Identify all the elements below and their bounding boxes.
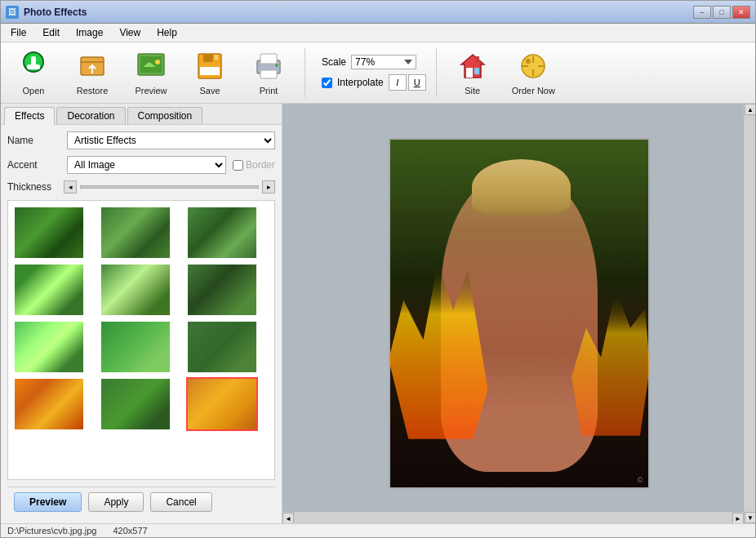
menu-help[interactable]: Help (150, 25, 184, 40)
scroll-down-button[interactable]: ▼ (745, 512, 755, 523)
thickness-slider[interactable] (80, 185, 259, 189)
save-label: Save (199, 86, 220, 96)
image-viewport: © (288, 109, 749, 518)
preview-button[interactable]: Preview (14, 492, 82, 512)
scroll-thumb[interactable] (745, 115, 755, 512)
maximize-button[interactable]: □ (713, 6, 731, 19)
save-icon (190, 50, 229, 82)
thumbnail-10[interactable] (13, 377, 85, 431)
interpolate-label: Interpolate (337, 77, 384, 88)
menu-file[interactable]: File (4, 25, 33, 40)
right-scrollbar: ▲ ▼ (744, 104, 755, 523)
menu-edit[interactable]: Edit (36, 25, 66, 40)
print-button[interactable]: Print (242, 47, 295, 99)
thumbnail-2[interactable] (100, 206, 171, 260)
svg-point-7 (155, 60, 160, 64)
preview-icon (131, 50, 171, 82)
minimize-button[interactable]: – (693, 6, 711, 19)
interpolate-row: Interpolate I U (322, 74, 426, 91)
site-label: Site (465, 86, 480, 96)
svg-point-15 (275, 64, 278, 67)
hat-figure (472, 159, 571, 216)
slider-left-button[interactable]: ◂ (64, 180, 77, 193)
open-button[interactable]: Open (7, 47, 60, 99)
interpolate-checkbox[interactable] (322, 78, 332, 88)
scale-row: Scale 77% 50% 100% 150% (322, 55, 426, 69)
close-button[interactable]: ✕ (732, 6, 750, 19)
order-icon (514, 50, 553, 82)
scroll-h-thumb[interactable] (294, 513, 732, 523)
thumbnails-grid (8, 201, 274, 479)
border-checkbox[interactable] (233, 160, 243, 171)
cancel-button[interactable]: Cancel (150, 492, 211, 512)
preview-toolbar-button[interactable]: Preview (125, 47, 177, 99)
thumbnail-8[interactable] (100, 320, 171, 374)
site-button[interactable]: Site (447, 47, 499, 99)
preview-image-container: © (389, 138, 650, 489)
italic-button[interactable]: I (389, 74, 407, 91)
svg-rect-17 (466, 68, 473, 78)
svg-rect-19 (476, 56, 479, 63)
accent-select[interactable]: All Image (67, 156, 226, 174)
tab-effects[interactable]: Effects (4, 107, 55, 125)
thumbnail-12[interactable] (186, 377, 258, 431)
preview-toolbar-label: Preview (135, 86, 167, 96)
flame-left (389, 208, 488, 472)
svg-rect-9 (203, 54, 213, 62)
menu-view[interactable]: View (113, 25, 147, 40)
tab-composition[interactable]: Composition (127, 107, 203, 124)
thumbnails-area (7, 200, 275, 480)
thumbnail-9[interactable] (186, 320, 258, 374)
bottom-scrollbar: ◄ ► (282, 512, 744, 523)
slider-right-button[interactable]: ▸ (262, 180, 275, 193)
order-button[interactable]: Order Now (505, 47, 562, 99)
menu-image[interactable]: Image (69, 25, 109, 40)
scale-controls: Scale 77% 50% 100% 150% Interpolate I U (322, 55, 426, 91)
save-button[interactable]: Save (184, 47, 236, 99)
open-label: Open (23, 86, 45, 96)
print-label: Print (260, 86, 278, 96)
thumbnail-5[interactable] (100, 263, 171, 317)
thumbnail-3[interactable] (186, 206, 258, 260)
main-content: Effects Decoration Composition Name Arti… (1, 104, 755, 523)
window-controls: – □ ✕ (693, 6, 750, 19)
print-icon (249, 50, 288, 82)
name-row: Name Artistic Effects (7, 131, 275, 149)
scroll-up-button[interactable]: ▲ (745, 104, 755, 115)
name-label: Name (7, 135, 60, 146)
toolbar: Open Restore (1, 42, 755, 104)
border-check-container: Border (233, 159, 275, 171)
thumbnail-11[interactable] (100, 377, 171, 431)
thumbnail-4[interactable] (13, 263, 85, 317)
svg-rect-11 (215, 55, 218, 60)
scale-select[interactable]: 77% 50% 100% 150% (351, 55, 416, 69)
effects-panel: Name Artistic Effects Accent All Image B… (1, 125, 282, 523)
left-panel: Effects Decoration Composition Name Arti… (1, 104, 282, 523)
toolbar-separator-1 (305, 48, 305, 97)
font-buttons: I U (389, 74, 426, 91)
window-title: Photo Effects (24, 7, 688, 18)
svg-rect-2 (27, 64, 40, 69)
apply-button[interactable]: Apply (88, 492, 144, 512)
watermark: © (638, 476, 643, 484)
tab-decoration[interactable]: Decoration (56, 107, 125, 124)
border-label: Border (246, 159, 275, 171)
tab-bar: Effects Decoration Composition (1, 104, 282, 125)
scroll-right-button[interactable]: ► (732, 513, 744, 523)
order-label: Order Now (512, 86, 555, 96)
thumbnail-6[interactable] (186, 263, 258, 317)
thickness-label: Thickness (7, 181, 60, 193)
underline-button[interactable]: U (408, 74, 426, 91)
scroll-left-button[interactable]: ◄ (282, 513, 294, 523)
image-preview-panel: © ▲ ▼ ◄ ► (282, 104, 755, 523)
thumbnail-7[interactable] (13, 320, 85, 374)
accent-row: Accent All Image Border (7, 156, 275, 174)
restore-button[interactable]: Restore (66, 47, 118, 99)
svg-point-21 (526, 59, 531, 64)
name-select[interactable]: Artistic Effects (67, 131, 275, 149)
thickness-row: Thickness ◂ ▸ (7, 180, 275, 193)
bottom-buttons: Preview Apply Cancel (7, 487, 275, 517)
title-bar: 🖼 Photo Effects – □ ✕ (1, 1, 755, 24)
thumbnail-1[interactable] (13, 206, 85, 260)
app-icon: 🖼 (6, 6, 19, 19)
